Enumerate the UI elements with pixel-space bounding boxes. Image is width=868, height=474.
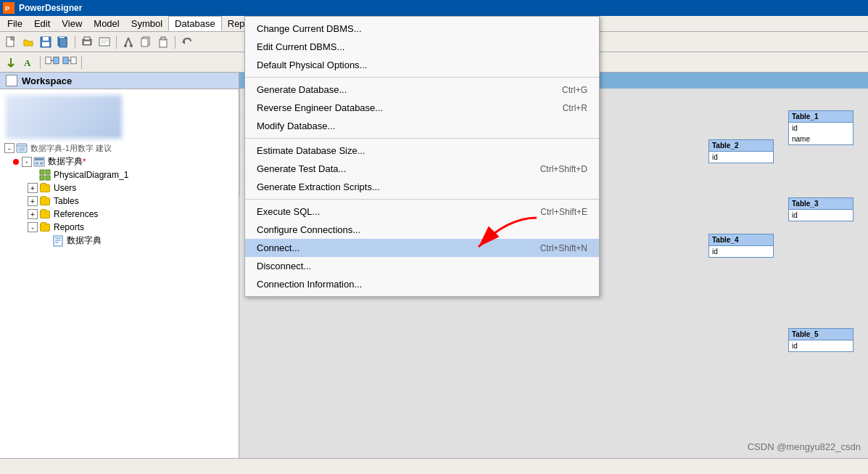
tree-item-users[interactable]: + Users bbox=[0, 181, 239, 195]
table-box-1[interactable]: Table_1 id name bbox=[788, 110, 853, 145]
menu-generate-extraction[interactable]: Generate Extraction Scripts... bbox=[245, 178, 599, 196]
generate-db-shortcut: Ctrl+G bbox=[562, 85, 587, 95]
db-label: 数据字典 bbox=[48, 155, 83, 168]
paste-btn[interactable] bbox=[155, 34, 171, 50]
expander-users[interactable]: + bbox=[28, 183, 38, 193]
table-row-6: id bbox=[789, 340, 853, 351]
menu-connect[interactable]: Connect... Ctrl+Shift+N bbox=[245, 239, 599, 257]
save-btn[interactable] bbox=[38, 34, 54, 50]
menu-execute-sql[interactable]: Execute SQL... Ctrl+Shift+E bbox=[245, 203, 599, 221]
change-dbms-label: Change Current DBMS... bbox=[257, 23, 558, 34]
users-label: Users bbox=[54, 183, 76, 193]
reverse-btn[interactable] bbox=[62, 54, 78, 70]
menu-disconnect[interactable]: Disconnect... bbox=[245, 257, 599, 275]
workspace-label: Workspace bbox=[22, 75, 72, 86]
expander-tables[interactable]: + bbox=[28, 196, 38, 206]
tree-item-diagram[interactable]: PhysicalDiagram_1 bbox=[0, 168, 239, 181]
title-bar: P PowerDesigner bbox=[0, 0, 868, 16]
svg-rect-40 bbox=[36, 162, 38, 165]
svg-point-20 bbox=[124, 44, 127, 47]
tree-item-reports[interactable]: - Reports bbox=[0, 221, 239, 234]
menu-database[interactable]: Database bbox=[168, 16, 222, 31]
expander-reports[interactable]: - bbox=[28, 222, 38, 232]
blurred-content bbox=[6, 95, 122, 139]
modify-db-label: Modify Database... bbox=[257, 120, 558, 131]
tree-item-tables[interactable]: + Tables bbox=[0, 195, 239, 208]
menu-connection-info[interactable]: Connection Information... bbox=[245, 275, 599, 293]
tables-label: Tables bbox=[54, 196, 79, 206]
sep1 bbox=[75, 36, 75, 49]
svg-rect-44 bbox=[40, 176, 44, 180]
root-icon bbox=[16, 142, 28, 154]
font-btn[interactable]: A bbox=[20, 54, 36, 70]
svg-rect-39 bbox=[35, 158, 44, 160]
svg-rect-6 bbox=[43, 37, 49, 41]
table-header-3: Table_3 bbox=[789, 198, 853, 210]
left-panel: Workspace - 数据字典-1用数字 建议 bbox=[0, 73, 239, 458]
table-row-1: id bbox=[789, 123, 853, 134]
menu-configure-conn[interactable]: Configure Connections... bbox=[245, 221, 599, 239]
table-box-2[interactable]: Table_2 id bbox=[708, 139, 774, 163]
print-btn[interactable] bbox=[79, 34, 95, 50]
menu-estimate-size[interactable]: Estimate Database Size... bbox=[245, 142, 599, 160]
svg-rect-23 bbox=[141, 38, 148, 46]
generate-db-label: Generate Database... bbox=[257, 84, 533, 95]
table-box-4[interactable]: Table_4 id bbox=[708, 234, 774, 258]
table-box-3[interactable]: Table_3 id bbox=[788, 197, 853, 221]
expander-db[interactable]: - bbox=[22, 157, 32, 167]
tree-item-report-item[interactable]: 数据字典 bbox=[0, 234, 239, 248]
menu-file[interactable]: File bbox=[1, 17, 28, 30]
expander-references[interactable]: + bbox=[28, 209, 38, 219]
menu-reverse-engineer[interactable]: Reverse Engineer Database... Ctrl+R bbox=[245, 99, 599, 117]
edit-dbms-label: Edit Current DBMS... bbox=[257, 41, 558, 52]
menu-symbol[interactable]: Symbol bbox=[125, 17, 168, 30]
arrow-btn[interactable]: ↓ bbox=[3, 54, 19, 70]
svg-text:↓: ↓ bbox=[9, 58, 12, 65]
table-row-5: id bbox=[709, 246, 773, 257]
report-item-icon bbox=[52, 235, 64, 247]
table-box-5[interactable]: Table_5 id bbox=[788, 328, 853, 352]
references-label: References bbox=[54, 209, 98, 219]
undo-btn[interactable] bbox=[179, 34, 195, 50]
sep4 bbox=[40, 56, 41, 69]
svg-text:A: A bbox=[24, 57, 31, 68]
menu-modify-db[interactable]: Modify Database... bbox=[245, 117, 599, 135]
menu-model[interactable]: Model bbox=[88, 17, 125, 30]
cut-btn[interactable] bbox=[120, 34, 136, 50]
open-btn[interactable] bbox=[20, 34, 36, 50]
red-dot bbox=[13, 159, 19, 165]
report-item-label: 数据字典 bbox=[67, 234, 102, 247]
menu-view[interactable]: View bbox=[56, 17, 88, 30]
modified-marker: * bbox=[83, 157, 86, 167]
generate-test-label: Generate Test Data... bbox=[257, 163, 511, 174]
tree-area[interactable]: - 数据字典-1用数字 建议 - bbox=[0, 89, 239, 458]
save-all-btn[interactable] bbox=[55, 34, 71, 50]
menu-edit[interactable]: Edit bbox=[28, 17, 56, 30]
sep2 bbox=[116, 36, 117, 49]
svg-rect-7 bbox=[42, 42, 49, 46]
table-header-1: Table_1 bbox=[789, 111, 853, 123]
tree-item-references[interactable]: + References bbox=[0, 208, 239, 221]
menu-generate-db[interactable]: Generate Database... Ctrl+G bbox=[245, 81, 599, 99]
workspace-icon bbox=[6, 75, 17, 86]
menu-change-dbms[interactable]: Change Current DBMS... bbox=[245, 20, 599, 38]
table-header-4: Table_4 bbox=[709, 234, 773, 246]
generate-extraction-label: Generate Extraction Scripts... bbox=[257, 181, 558, 192]
reverse-engineer-shortcut: Ctrl+R bbox=[563, 103, 587, 113]
new-btn[interactable] bbox=[3, 34, 19, 50]
svg-line-19 bbox=[128, 38, 131, 45]
tree-item-db[interactable]: - 数据字典 * bbox=[0, 155, 239, 168]
menu-default-physical[interactable]: Default Physical Options... bbox=[245, 56, 599, 74]
generate-btn[interactable] bbox=[44, 54, 60, 70]
svg-rect-33 bbox=[71, 57, 76, 63]
preview-btn[interactable] bbox=[96, 34, 112, 50]
root-label: 数据字典-1用数字 建议 bbox=[30, 143, 112, 154]
copy-btn[interactable] bbox=[138, 34, 154, 50]
users-folder-icon bbox=[39, 182, 51, 194]
svg-rect-12 bbox=[84, 41, 90, 44]
menu-edit-dbms[interactable]: Edit Current DBMS... bbox=[245, 38, 599, 56]
menu-generate-test[interactable]: Generate Test Data... Ctrl+Shift+D bbox=[245, 160, 599, 178]
expander-root[interactable]: - bbox=[4, 143, 15, 153]
diagram-icon bbox=[39, 169, 51, 181]
tree-item-root[interactable]: - 数据字典-1用数字 建议 bbox=[0, 142, 239, 155]
